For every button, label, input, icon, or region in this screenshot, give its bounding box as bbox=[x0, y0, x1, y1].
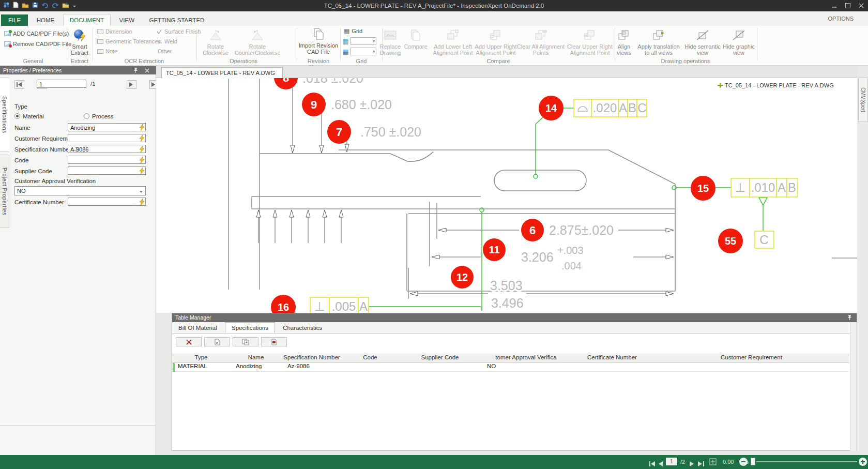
panel-close-icon[interactable] bbox=[145, 67, 150, 75]
clear-all-alignment-button[interactable]: Clear All AlignmentPoints bbox=[518, 28, 564, 56]
autofill-bolt-icon[interactable] bbox=[139, 157, 145, 164]
customer-approval-dropdown[interactable]: NO bbox=[14, 186, 146, 195]
maximize-button[interactable] bbox=[841, 1, 855, 10]
zoom-slider-handle[interactable] bbox=[751, 458, 755, 465]
sidetab-specifications[interactable]: Specifications bbox=[0, 78, 9, 152]
import-revision-button[interactable]: Import RevisionCAD File bbox=[299, 27, 338, 55]
tab-file[interactable]: FILE bbox=[1, 14, 28, 26]
hide-graphic-view-button[interactable]: Hide graphicview bbox=[722, 28, 756, 56]
page-first-button[interactable] bbox=[649, 459, 656, 468]
minimize-button[interactable] bbox=[828, 1, 841, 10]
pin-icon[interactable] bbox=[133, 67, 139, 75]
autofill-bolt-icon[interactable] bbox=[139, 199, 145, 206]
autofill-bolt-icon[interactable] bbox=[139, 146, 145, 153]
page-last-button[interactable] bbox=[698, 459, 704, 468]
tab-specifications[interactable]: Specifications bbox=[225, 322, 275, 333]
balloon-55[interactable]: 55 bbox=[718, 229, 743, 253]
balloons[interactable]: 8 9 7 14 15 55 6 11 12 16 bbox=[271, 78, 743, 313]
balloon-8[interactable]: 8 bbox=[274, 78, 298, 89]
ocr-surface-finish-button[interactable]: Surface Finish bbox=[156, 28, 201, 35]
tab-bill-of-material[interactable]: Bill Of Material bbox=[172, 323, 223, 332]
drawing-canvas[interactable]: .020 A B C ⊥ .010 A B C ⊥ .005 A .018 ±.… bbox=[156, 78, 857, 313]
autofill-bolt-icon[interactable] bbox=[139, 168, 145, 175]
col-name[interactable]: Name bbox=[230, 354, 282, 362]
qat-customize-caret-icon[interactable] bbox=[72, 1, 77, 10]
col-type[interactable]: Type bbox=[172, 354, 230, 362]
rotate-clockwise-button[interactable]: RotateClockwise bbox=[200, 28, 232, 56]
balloon-6[interactable]: 6 bbox=[521, 219, 544, 241]
col-certificate-number[interactable]: Certificate Number bbox=[571, 354, 653, 362]
record-first-button[interactable] bbox=[14, 80, 24, 89]
page-next-button[interactable] bbox=[690, 459, 694, 468]
save-icon[interactable] bbox=[32, 1, 38, 10]
grid-size-combo[interactable]: ▾ bbox=[351, 37, 376, 45]
supplier-code-input[interactable] bbox=[68, 167, 146, 175]
ocr-other-button[interactable]: Other bbox=[158, 48, 172, 54]
delete-row-button[interactable] bbox=[176, 337, 202, 346]
balloon-9[interactable]: 9 bbox=[302, 93, 326, 116]
process-radio-label[interactable]: Process bbox=[92, 113, 114, 119]
balloon-15[interactable]: 15 bbox=[691, 176, 715, 201]
balloon-11[interactable]: 11 bbox=[483, 238, 506, 261]
customer-requirement-input[interactable] bbox=[68, 134, 146, 142]
ocr-note-button[interactable]: Note bbox=[97, 48, 117, 54]
col-customer-requirement[interactable]: Customer Requirement bbox=[653, 354, 849, 362]
clear-upper-right-alignment-button[interactable]: Clear Upper RightAlignment Point bbox=[567, 28, 613, 56]
add-lower-left-alignment-button[interactable]: Add Lower LeftAlignment Point bbox=[431, 28, 475, 56]
specification-number-input[interactable]: A-9086 ⌶ bbox=[68, 145, 146, 153]
smart-extract-button[interactable]: Smart Extract bbox=[68, 28, 91, 56]
apply-translation-button[interactable]: Apply translationto all views bbox=[635, 28, 682, 56]
name-input[interactable]: Anodizing bbox=[68, 123, 146, 131]
certificate-number-input[interactable] bbox=[68, 198, 146, 206]
autofill-bolt-icon[interactable] bbox=[139, 135, 145, 142]
page-number-input[interactable]: 1 bbox=[666, 458, 677, 465]
balloon-12[interactable]: 12 bbox=[451, 266, 474, 289]
hide-semantic-view-button[interactable]: Hide semanticview bbox=[683, 28, 722, 56]
options-button[interactable]: OPTIONS bbox=[828, 16, 854, 22]
export-pdf-button[interactable] bbox=[261, 337, 287, 346]
sidetab-project-properties[interactable]: Project Properties bbox=[0, 155, 9, 228]
document-tab[interactable]: TC_05_14 - LOWER PLATE - REV A.DWG bbox=[161, 67, 283, 78]
code-input[interactable] bbox=[68, 156, 146, 164]
page-prev-button[interactable] bbox=[658, 459, 663, 468]
rotate-counterclockwise-button[interactable]: RotateCounterClockwise bbox=[233, 28, 282, 56]
tab-home[interactable]: HOME bbox=[31, 14, 61, 26]
balloon-14[interactable]: 14 bbox=[539, 96, 564, 120]
add-upper-right-alignment-button[interactable]: Add Upper RightAlignment Point bbox=[475, 28, 517, 56]
process-radio[interactable] bbox=[84, 113, 89, 119]
undo-icon[interactable] bbox=[41, 1, 49, 10]
table-row[interactable]: MATERIAL Anodizing Az-9086 NO bbox=[172, 363, 849, 372]
balloon-7[interactable]: 7 bbox=[327, 120, 351, 144]
align-views-button[interactable]: Alignviews bbox=[613, 28, 635, 56]
zoom-slider-track[interactable] bbox=[756, 461, 857, 462]
copy-table-button[interactable] bbox=[233, 337, 258, 346]
compare-button[interactable]: Compare bbox=[404, 28, 428, 56]
tab-getting-started[interactable]: GETTING STARTED bbox=[143, 14, 210, 26]
close-button[interactable] bbox=[855, 1, 868, 10]
tab-view[interactable]: VIEW bbox=[113, 14, 141, 26]
table-scrollbar[interactable] bbox=[850, 322, 857, 451]
ocr-weld-button[interactable]: Weld bbox=[156, 38, 177, 44]
tab-document[interactable]: DOCUMENT bbox=[63, 14, 111, 26]
cmmxpert-side-tab[interactable]: CMMXpert bbox=[858, 78, 868, 122]
balloon-16[interactable]: 16 bbox=[271, 295, 296, 313]
open-file-icon[interactable] bbox=[22, 1, 29, 10]
replace-drawing-button[interactable]: ReplaceDrawing bbox=[378, 28, 403, 56]
record-number-input[interactable]: 1 bbox=[37, 80, 86, 88]
new-file-icon[interactable] bbox=[13, 1, 19, 10]
material-radio[interactable] bbox=[14, 113, 20, 119]
grid-style-combo[interactable]: ▾ bbox=[351, 48, 376, 55]
col-customer-approval[interactable]: tomer Approval Verifica bbox=[481, 354, 571, 362]
fit-to-window-icon[interactable] bbox=[709, 458, 717, 467]
grid-toggle-button[interactable]: ▦Grid bbox=[344, 28, 362, 34]
ocr-geometric-tolerances-button[interactable]: Geometric Tolerances bbox=[97, 38, 161, 44]
autofill-bolt-icon[interactable] bbox=[139, 124, 145, 131]
remove-cad-pdf-button[interactable]: Remove CAD/PDF File bbox=[4, 41, 71, 47]
zoom-out-button[interactable] bbox=[739, 458, 748, 466]
redo-icon[interactable] bbox=[52, 1, 59, 10]
col-supplier-code[interactable]: Supplier Code bbox=[399, 354, 481, 362]
ocr-dimension-button[interactable]: Dimension bbox=[97, 28, 132, 35]
export-excel-button[interactable] bbox=[204, 337, 230, 346]
zoom-in-button[interactable] bbox=[859, 458, 867, 466]
tab-characteristics[interactable]: Characteristics bbox=[277, 323, 328, 332]
